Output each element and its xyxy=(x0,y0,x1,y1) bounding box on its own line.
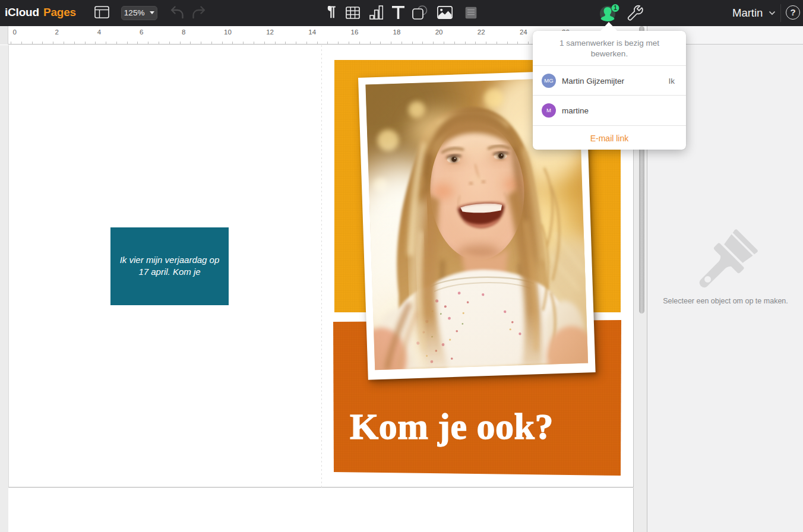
svg-text:1: 1 xyxy=(614,5,617,11)
